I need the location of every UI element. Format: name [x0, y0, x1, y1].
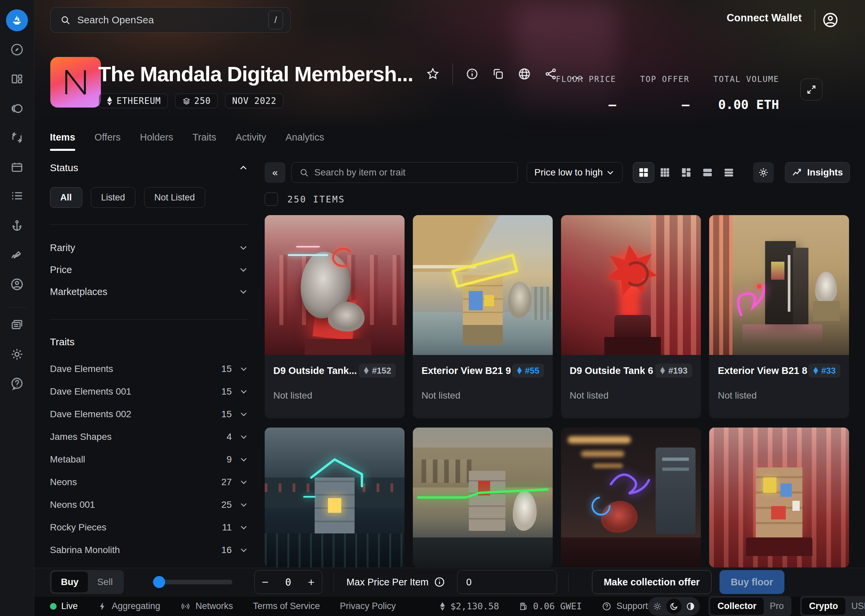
drops-rings-icon[interactable] — [9, 102, 24, 115]
nft-title: Exterior View B21 8 — [718, 365, 807, 376]
tab-offers[interactable]: Offers — [94, 132, 121, 151]
view-grid-large-button[interactable] — [633, 162, 654, 183]
status-filter-not-listed[interactable]: Not Listed — [144, 187, 206, 208]
support-link[interactable]: Support — [602, 601, 648, 611]
help-icon[interactable] — [10, 377, 24, 391]
trait-row[interactable]: Dave Elements 00115 — [50, 380, 248, 403]
trait-row[interactable]: Neons 00125 — [50, 493, 248, 516]
grid-settings-button[interactable] — [753, 162, 774, 183]
aggregating-status[interactable]: Aggregating — [98, 601, 160, 611]
dark-theme-button[interactable] — [666, 599, 681, 614]
trait-row[interactable]: James Shapes4 — [50, 426, 248, 448]
sweep-quantity-slider[interactable] — [152, 580, 232, 585]
nft-card[interactable]: Exterior View B21 9 #55 Not listed — [413, 215, 553, 418]
nft-image — [561, 427, 701, 567]
networks-status[interactable]: Networks — [180, 601, 233, 611]
rarity-section-header[interactable]: Rarity — [50, 237, 248, 259]
title-divider — [452, 63, 453, 85]
nft-card[interactable] — [265, 427, 405, 567]
persona-toggle-group: Collector Pro — [708, 596, 791, 616]
trait-row[interactable]: Metaball9 — [50, 448, 248, 471]
tab-analytics[interactable]: Analytics — [285, 132, 324, 151]
tab-traits[interactable]: Traits — [192, 132, 216, 151]
decrease-button[interactable]: − — [262, 577, 269, 588]
collection-avatar[interactable] — [50, 57, 101, 108]
view-list-button[interactable] — [697, 162, 718, 183]
increase-button[interactable]: + — [308, 577, 315, 588]
calendar-icon[interactable] — [10, 160, 24, 174]
tab-holders[interactable]: Holders — [140, 132, 173, 151]
max-price-field[interactable] — [457, 570, 557, 594]
live-status[interactable]: Live — [50, 601, 78, 611]
auto-contrast-theme-button[interactable] — [683, 599, 698, 614]
opensea-logo[interactable] — [6, 9, 28, 31]
view-grid-dense-button[interactable] — [654, 162, 675, 183]
share-icon[interactable] — [544, 67, 557, 80]
studio-pen-icon[interactable] — [10, 248, 24, 262]
status-section-header[interactable]: Status — [50, 160, 248, 176]
insights-button[interactable]: Insights — [785, 162, 850, 183]
view-mode-group — [633, 162, 739, 183]
trend-line-icon — [792, 167, 802, 178]
swap-icon[interactable] — [10, 130, 24, 145]
collector-mode-button[interactable]: Collector — [710, 598, 764, 614]
collapse-filters-button[interactable]: « — [265, 162, 285, 183]
sort-dropdown[interactable]: Price low to high — [527, 162, 623, 183]
usd-currency-button[interactable]: USD — [845, 598, 865, 614]
privacy-link[interactable]: Privacy Policy — [340, 601, 396, 611]
expand-stats-button[interactable] — [801, 79, 823, 101]
nft-card[interactable] — [413, 427, 553, 567]
global-search-input[interactable] — [77, 14, 268, 26]
explore-compass-icon[interactable] — [10, 42, 24, 57]
make-collection-offer-button[interactable]: Make collection offer — [592, 570, 711, 594]
light-theme-button[interactable] — [650, 599, 665, 614]
nft-card[interactable]: D9 Outside Tank 6 #193 Not listed — [561, 215, 701, 418]
info-icon[interactable] — [434, 577, 445, 588]
view-compact-list-button[interactable] — [718, 162, 739, 183]
nft-card[interactable]: D9 Outside Tank... #152 Not listed — [265, 215, 405, 418]
nft-card[interactable] — [561, 427, 701, 567]
account-profile-icon[interactable] — [822, 11, 839, 28]
buy-tab[interactable]: Buy — [52, 572, 88, 592]
slider-handle[interactable] — [153, 576, 165, 588]
trait-row[interactable]: Dave Elements 00215 — [50, 403, 248, 426]
tab-activity[interactable]: Activity — [236, 132, 266, 151]
theme-toggle-group — [648, 597, 700, 616]
status-filter-listed[interactable]: Listed — [91, 187, 135, 208]
trait-row[interactable]: Neons27 — [50, 471, 248, 493]
terms-link[interactable]: Terms of Service — [253, 601, 320, 611]
listing-status: Not listed — [273, 390, 396, 401]
watchlist-star-icon[interactable] — [426, 67, 440, 81]
anchor-icon[interactable] — [10, 219, 24, 233]
supply-badge: 250 — [175, 94, 218, 108]
max-price-input[interactable] — [457, 577, 557, 588]
trait-row[interactable]: Dave Elements15 — [50, 358, 248, 380]
status-filter-all[interactable]: All — [50, 187, 82, 208]
trait-row[interactable]: Rocky Pieces11 — [50, 516, 248, 539]
trait-row[interactable]: Sabrina Monolith16 — [50, 539, 248, 561]
sell-tab[interactable]: Sell — [88, 577, 122, 588]
list-icon[interactable] — [10, 189, 24, 203]
settings-gear-icon[interactable] — [10, 347, 24, 361]
news-docs-icon[interactable] — [10, 318, 24, 332]
connect-wallet-button[interactable]: Connect Wallet — [727, 12, 802, 24]
view-masonry-button[interactable] — [675, 162, 697, 183]
dashboard-icon[interactable] — [10, 72, 24, 86]
select-all-checkbox[interactable] — [265, 192, 278, 206]
marketplaces-section-header[interactable]: Marketplaces — [50, 281, 248, 303]
item-search-input[interactable] — [314, 167, 510, 178]
crypto-currency-button[interactable]: Crypto — [802, 598, 845, 614]
profile-icon[interactable] — [10, 277, 24, 291]
pro-mode-button[interactable]: Pro — [764, 598, 790, 614]
global-search[interactable]: / — [50, 7, 290, 33]
nft-card[interactable] — [709, 427, 849, 567]
token-id-badge: #55 — [512, 364, 544, 377]
nft-card[interactable]: Exterior View B21 8 #33 Not listed — [709, 215, 849, 418]
info-icon[interactable] — [465, 67, 479, 80]
website-globe-icon[interactable] — [517, 67, 531, 81]
item-search[interactable] — [291, 162, 518, 183]
copy-address-icon[interactable] — [491, 67, 505, 80]
buy-floor-button[interactable]: Buy floor — [719, 570, 785, 594]
price-section-header[interactable]: Price — [50, 259, 248, 281]
tab-items[interactable]: Items — [50, 132, 75, 151]
